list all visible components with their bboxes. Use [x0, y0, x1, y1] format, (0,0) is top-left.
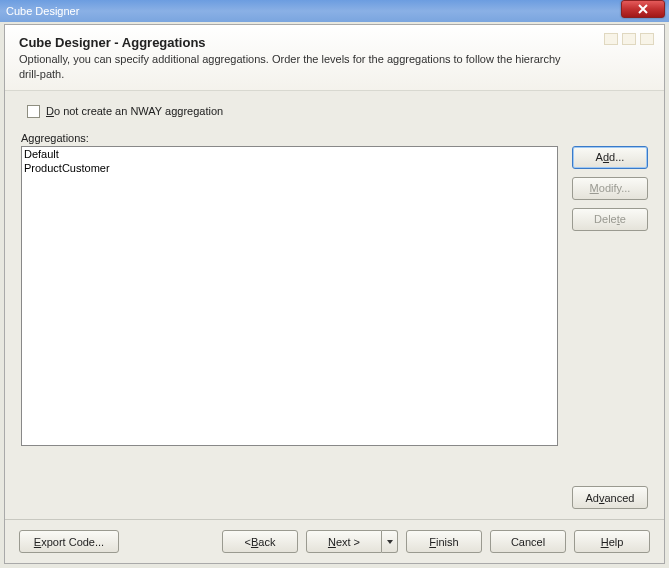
- close-icon: [638, 4, 648, 14]
- cancel-button[interactable]: Cancel: [490, 530, 566, 553]
- advanced-row: Advanced: [5, 480, 664, 519]
- content-area: Do not create an NWAY aggregation Aggreg…: [5, 91, 664, 480]
- export-code-button[interactable]: Export Code...: [19, 530, 119, 553]
- decor-box: [640, 33, 654, 45]
- add-button[interactable]: Add...: [572, 146, 648, 169]
- chevron-down-icon: [387, 540, 393, 544]
- page-title: Cube Designer - Aggregations: [19, 35, 650, 50]
- next-button[interactable]: Next >: [306, 530, 382, 553]
- help-button[interactable]: Help: [574, 530, 650, 553]
- header-decor: [604, 33, 654, 45]
- modify-button: Modify...: [572, 177, 648, 200]
- nway-checkbox-row[interactable]: Do not create an NWAY aggregation: [27, 105, 648, 118]
- decor-box: [604, 33, 618, 45]
- window-title: Cube Designer: [4, 5, 621, 17]
- list-item[interactable]: Default: [22, 147, 557, 161]
- back-button[interactable]: < Back: [222, 530, 298, 553]
- list-buttons: Add... Modify... Delete: [572, 146, 648, 472]
- list-item[interactable]: ProductCustomer: [22, 161, 557, 175]
- page-description: Optionally, you can specify additional a…: [19, 52, 579, 82]
- wizard-header: Cube Designer - Aggregations Optionally,…: [5, 25, 664, 91]
- nway-checkbox-label: Do not create an NWAY aggregation: [46, 105, 223, 117]
- aggregations-label: Aggregations:: [21, 132, 648, 144]
- close-button[interactable]: [621, 0, 665, 18]
- delete-button: Delete: [572, 208, 648, 231]
- titlebar: Cube Designer: [0, 0, 669, 22]
- nway-checkbox[interactable]: [27, 105, 40, 118]
- decor-box: [622, 33, 636, 45]
- advanced-button[interactable]: Advanced: [572, 486, 648, 509]
- next-button-group: Next >: [306, 530, 398, 553]
- finish-button[interactable]: Finish: [406, 530, 482, 553]
- wizard-body: Cube Designer - Aggregations Optionally,…: [4, 24, 665, 564]
- next-dropdown-button[interactable]: [382, 530, 398, 553]
- aggregations-listbox[interactable]: Default ProductCustomer: [21, 146, 558, 446]
- wizard-footer: Export Code... < Back Next > Finish Canc…: [5, 519, 664, 563]
